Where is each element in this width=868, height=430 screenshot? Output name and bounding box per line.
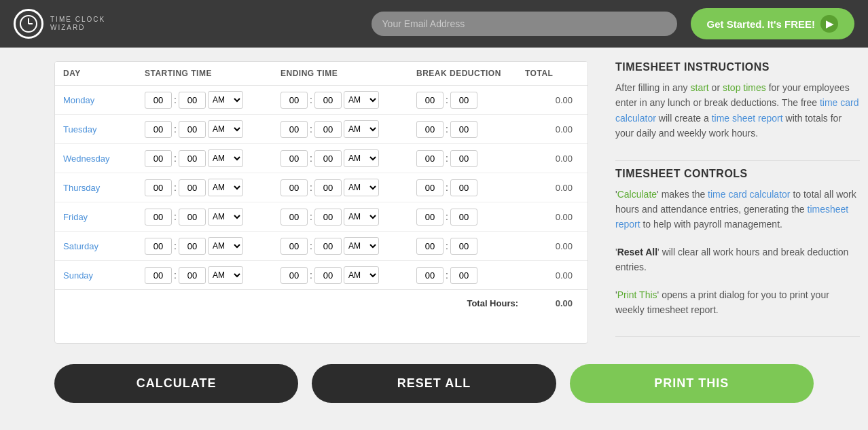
start-ampm-select[interactable]: AM PM [208, 149, 243, 167]
cta-label: Get Started. It's FREE! [707, 18, 815, 30]
colon-end: : [310, 270, 312, 281]
end-hour-input[interactable] [281, 92, 308, 109]
break-min-input[interactable] [450, 267, 477, 284]
end-min-input[interactable] [314, 179, 342, 196]
break-min-input[interactable] [450, 209, 477, 226]
start-min-input[interactable] [179, 121, 206, 138]
end-hour-input[interactable] [281, 238, 308, 255]
start-hour-input[interactable] [145, 150, 172, 167]
logo-area: TIME CLOCK WIZARD [14, 9, 105, 39]
email-input[interactable] [372, 12, 677, 36]
start-min-input[interactable] [179, 238, 206, 255]
table-row: Friday : AM PM : AM PM [55, 202, 587, 232]
end-min-input[interactable] [314, 267, 342, 284]
end-min-input[interactable] [314, 92, 342, 109]
end-hour-input[interactable] [281, 150, 308, 167]
cta-button[interactable]: Get Started. It's FREE! ▶ [691, 8, 854, 39]
buttons-row: CALCULATE RESET ALL PRINT THIS [0, 364, 868, 416]
start-ampm-select[interactable]: AM PM [208, 208, 243, 226]
table-row: Saturday : AM PM : AM PM [55, 232, 587, 261]
colon-break: : [446, 94, 448, 105]
start-time-inputs: : AM PM [145, 266, 281, 284]
break-hour-input[interactable] [416, 92, 444, 109]
day-label: Wednesday [63, 154, 145, 164]
start-min-input[interactable] [179, 209, 206, 226]
start-time-inputs: : AM PM [145, 91, 281, 109]
total-hours-value: 0.00 [525, 298, 579, 308]
break-hour-input[interactable] [416, 179, 444, 196]
end-min-input[interactable] [314, 121, 342, 138]
col-total: TOTAL [525, 69, 579, 78]
start-ampm-select[interactable]: AM PM [208, 91, 243, 109]
row-total: 0.00 [525, 154, 579, 164]
break-inputs: : [416, 150, 525, 167]
colon-end: : [310, 211, 312, 222]
break-hour-input[interactable] [416, 150, 444, 167]
end-min-input[interactable] [314, 209, 342, 226]
start-hour-input[interactable] [145, 92, 172, 109]
start-hour-input[interactable] [145, 267, 172, 284]
table-row: Tuesday : AM PM : AM PM [55, 115, 587, 144]
start-hour-input[interactable] [145, 121, 172, 138]
start-hour-input[interactable] [145, 238, 172, 255]
break-hour-input[interactable] [416, 209, 444, 226]
end-hour-input[interactable] [281, 267, 308, 284]
colon-start: : [174, 94, 177, 105]
start-ampm-select[interactable]: AM PM [208, 120, 243, 138]
start-ampm-select[interactable]: AM PM [208, 237, 243, 255]
break-hour-input[interactable] [416, 238, 444, 255]
end-ampm-select[interactable]: AM PM [344, 179, 379, 196]
break-hour-input[interactable] [416, 121, 444, 138]
end-ampm-select[interactable]: AM PM [344, 237, 379, 255]
end-hour-input[interactable] [281, 121, 308, 138]
cta-arrow-icon: ▶ [820, 15, 838, 33]
end-min-input[interactable] [314, 150, 342, 167]
start-hour-input[interactable] [145, 179, 172, 196]
colon-start: : [174, 153, 177, 164]
start-min-input[interactable] [179, 150, 206, 167]
divider-1 [615, 160, 860, 161]
instructions-title: TIMESHEET INSTRUCTIONS [615, 61, 860, 73]
break-inputs: : [416, 238, 525, 255]
end-ampm-select[interactable]: AM PM [344, 120, 379, 138]
colon-start: : [174, 270, 177, 281]
day-label: Monday [63, 95, 145, 105]
colon-start: : [174, 240, 177, 251]
row-total: 0.00 [525, 212, 579, 222]
end-ampm-select[interactable]: AM PM [344, 91, 379, 109]
end-ampm-select[interactable]: AM PM [344, 208, 379, 226]
start-min-input[interactable] [179, 92, 206, 109]
colon-start: : [174, 211, 177, 222]
start-min-input[interactable] [179, 179, 206, 196]
row-total: 0.00 [525, 95, 579, 105]
col-day: DAY [63, 69, 145, 78]
break-min-input[interactable] [450, 121, 477, 138]
end-hour-input[interactable] [281, 179, 308, 196]
end-time-inputs: : AM PM [281, 208, 416, 226]
end-ampm-select[interactable]: AM PM [344, 149, 379, 167]
logo-text: TIME CLOCK WIZARD [50, 16, 105, 32]
reset-button[interactable]: RESET ALL [312, 364, 556, 403]
end-min-input[interactable] [314, 238, 342, 255]
end-hour-input[interactable] [281, 209, 308, 226]
print-button[interactable]: PRINT THIS [570, 364, 814, 403]
break-min-input[interactable] [450, 238, 477, 255]
end-time-inputs: : AM PM [281, 91, 416, 109]
calculate-button[interactable]: CALCULATE [54, 364, 298, 403]
row-total: 0.00 [525, 183, 579, 193]
day-label: Thursday [63, 183, 145, 193]
break-hour-input[interactable] [416, 267, 444, 284]
logo-icon [14, 9, 43, 39]
colon-end: : [310, 153, 312, 164]
start-min-input[interactable] [179, 267, 206, 284]
start-ampm-select[interactable]: AM PM [208, 179, 243, 196]
break-min-input[interactable] [450, 179, 477, 196]
start-hour-input[interactable] [145, 209, 172, 226]
end-ampm-select[interactable]: AM PM [344, 266, 379, 284]
colon-start: : [174, 124, 177, 135]
start-ampm-select[interactable]: AM PM [208, 266, 243, 284]
start-time-inputs: : AM PM [145, 120, 281, 138]
break-min-input[interactable] [450, 92, 477, 109]
break-min-input[interactable] [450, 150, 477, 167]
calculate-info: 'Calculate' makes the time card calculat… [615, 187, 860, 232]
